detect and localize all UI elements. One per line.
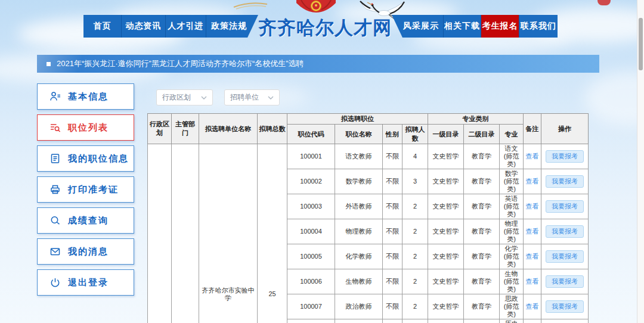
filter-bar: 行政区划 招聘单位 [156,89,280,105]
nav-item-right-3[interactable]: 联系我们 [519,15,558,38]
cell-name: 生物教师 [335,269,383,294]
cell-cat1: 文史哲学 [428,169,464,194]
cell-action: 我要报考 [541,244,589,269]
view-link[interactable]: 查看 [526,303,539,310]
power-icon [49,277,61,288]
view-link[interactable]: 查看 [526,278,539,285]
sidebar-item-score-query[interactable]: 成绩查询 [37,207,134,234]
cell-note: 查看 [524,319,541,323]
unit-name: 齐齐哈尔市实验中学 [199,144,258,323]
cell-code: 100003 [287,194,335,219]
cell-name: 化学教师 [335,244,383,269]
nav-item-left-1[interactable]: 动态资讯 [122,15,166,38]
gold-ribbon-decoration [233,0,270,10]
document-icon [49,153,61,164]
main-nav-right: 风采展示相关下载考生报名联系我们 [392,15,558,38]
site-title: 齐齐哈尔人才网 [258,15,392,41]
cell-note: 查看 [524,194,541,219]
region-filter-select[interactable]: 行政区划 [156,89,213,105]
sidebar-item-basic-info[interactable]: 基本信息 [37,83,134,110]
sidebar-item-label: 我的职位信息 [68,153,129,164]
cell-cat1: 文史哲学 [428,219,464,244]
header-gender: 性别 [383,125,402,144]
cell-cat1: 文史哲学 [428,144,464,169]
cell-action: 我要报考 [541,169,589,194]
view-link[interactable]: 查看 [526,253,539,260]
cell-gender: 不限 [383,194,402,219]
chevron-down-icon [201,96,207,100]
nav-item-left-0[interactable]: 首页 [83,15,122,38]
chevron-down-icon [268,96,274,100]
cell-note: 查看 [524,219,541,244]
nav-item-right-1[interactable]: 相关下载 [444,15,481,38]
cell-cat2: 教育学 [464,294,500,319]
cell-major: 语文(师范类) [500,144,524,169]
cell-major: 思政(师范类) [500,294,524,319]
cell-count: 4 [402,144,428,169]
header-major: 专业 [500,125,524,144]
cell-code: 100002 [287,169,335,194]
cell-note: 查看 [524,144,541,169]
mail-icon [49,246,61,257]
nav-item-left-3[interactable]: 政策法规 [206,15,258,38]
header-cat1: 一级目录 [428,125,464,144]
printer-icon [49,184,61,195]
view-link[interactable]: 查看 [526,178,539,185]
cell-code: 100007 [287,294,335,319]
cell-name: 数学教师 [335,169,383,194]
unit-region [148,144,172,323]
view-link[interactable]: 查看 [526,153,539,160]
header-major-group: 专业类别 [428,114,524,125]
cell-count: 2 [402,219,428,244]
cell-cat1: 文史哲学 [428,244,464,269]
cell-note: 查看 [524,169,541,194]
header-name: 职位名称 [335,125,383,144]
sidebar-item-logout[interactable]: 退出登录 [37,269,134,296]
cell-count: 3 [402,169,428,194]
scrollbar-thumb[interactable] [639,18,643,70]
cell-action: 我要报考 [541,269,589,294]
nav-item-right-2[interactable]: 考生报名 [481,15,519,38]
cell-action: 我要报考 [541,219,589,244]
cell-action: 我要报考 [541,194,589,219]
cell-action: 我要报考 [541,319,589,323]
sidebar-item-my-positions[interactable]: 我的职位信息 [37,145,134,172]
cell-note: 查看 [524,294,541,319]
apply-button[interactable]: 我要报考 [546,150,584,163]
apply-button[interactable]: 我要报考 [546,250,584,263]
unit-total: 25 [258,144,287,323]
cell-name: 外语教师 [335,194,383,219]
nav-item-right-0[interactable]: 风采展示 [392,15,444,38]
apply-button[interactable]: 我要报考 [546,200,584,213]
apply-button[interactable]: 我要报考 [546,300,584,313]
cell-code: 100006 [287,269,335,294]
table-body: 齐齐哈尔市实验中学25100001语文教师不限4文史哲学教育学语文(师范类)查看… [148,144,589,323]
view-link[interactable]: 查看 [526,203,539,210]
sidebar-item-label: 打印准考证 [68,184,119,195]
header-unit-name: 拟选聘单位名称 [199,114,258,144]
apply-button[interactable]: 我要报考 [546,175,584,188]
cell-action: 我要报考 [541,144,589,169]
apply-button[interactable]: 我要报考 [546,225,584,238]
cell-count: 2 [402,194,428,219]
cell-gender: 不限 [383,219,402,244]
positions-table: 行政区划 主管部门 拟选聘单位名称 拟聘总数 拟选聘职位 专业类别 备注 操作 … [147,113,589,323]
sidebar-item-job-list[interactable]: 职位列表 [37,114,134,141]
apply-button[interactable]: 我要报考 [546,275,584,288]
cell-cat2: 教育学 [464,219,500,244]
cell-cat2: 教育学 [464,194,500,219]
sidebar-item-print-ticket[interactable]: 打印准考证 [37,176,134,203]
cell-cat2: 教育学 [464,144,500,169]
nav-item-left-2[interactable]: 人才引进 [166,15,206,38]
cell-count: 2 [402,319,428,323]
cell-cat1: 文史哲学 [428,294,464,319]
sidebar-item-my-messages[interactable]: 我的消息 [37,238,134,265]
announcement-banner[interactable]: 2021年“振兴龙江·邀你同行”黑龙江人才周活动齐齐哈尔市“名校优生”选聘 [37,55,599,73]
cell-major: 生物(师范类) [500,269,524,294]
scrollbar-track[interactable] [637,0,644,323]
cell-count: 2 [402,294,428,319]
cell-major: 数学(师范类) [500,169,524,194]
view-link[interactable]: 查看 [526,228,539,235]
region-filter-value: 行政区划 [162,92,191,103]
employer-filter-select[interactable]: 招聘单位 [224,89,280,105]
